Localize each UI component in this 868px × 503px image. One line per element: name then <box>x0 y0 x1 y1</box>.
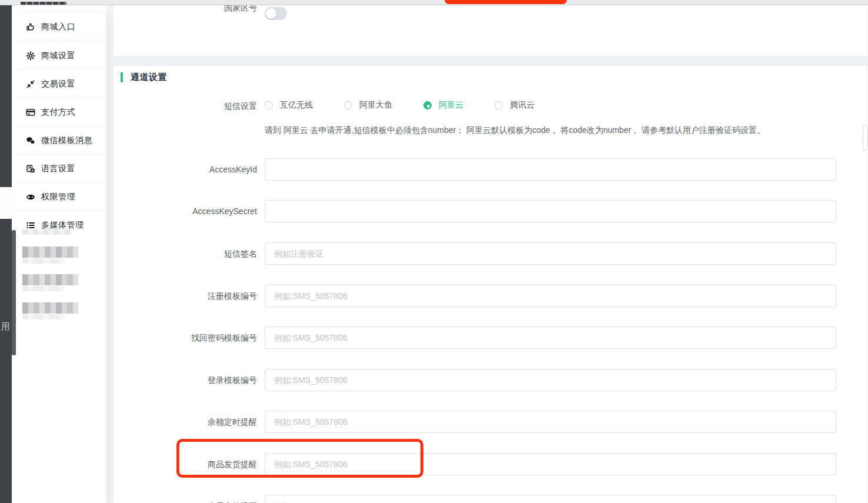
list-icon <box>26 221 35 230</box>
accesskeyid-input[interactable] <box>265 158 836 181</box>
redacted-subtext <box>22 258 65 264</box>
compress-arrows-icon <box>26 79 35 89</box>
sidebar-item-wechat-template-messages[interactable]: 微信模板消息 <box>16 126 106 154</box>
sidebar-item-permission-management[interactable]: 权限管理 <box>16 182 106 211</box>
field-label: 会员充值提醒 <box>113 495 257 503</box>
redacted-subtext <box>22 286 65 291</box>
radio-label: 阿里云 <box>439 100 463 111</box>
annotation-marker-top <box>445 0 567 4</box>
toggle-knob <box>266 8 276 19</box>
field-label: 登录模板编号 <box>113 369 257 391</box>
radio-ali-dayu[interactable]: 阿里大鱼 <box>344 100 392 111</box>
shipping-reminder-input[interactable] <box>265 453 836 475</box>
sidebar-item-label: 商城设置 <box>41 51 75 61</box>
radio-icon <box>495 101 503 109</box>
field-label: AccessKeySecret <box>113 200 257 222</box>
balance-reminder-input[interactable] <box>265 411 836 433</box>
sidebar-item-trade-settings[interactable]: 交易设置 <box>16 69 106 98</box>
background-window-notch <box>0 187 12 219</box>
redacted-text <box>22 302 78 314</box>
field-label: 短信签名 <box>113 242 257 265</box>
section-accent-bar <box>121 72 123 82</box>
browser-top-strip <box>0 0 868 5</box>
section-divider-band <box>113 56 868 66</box>
password-recovery-template-input[interactable] <box>265 327 836 349</box>
sms-signature-input[interactable] <box>265 242 836 265</box>
gamepad-icon <box>26 192 35 202</box>
redacted-text <box>22 274 78 285</box>
register-template-input[interactable] <box>265 285 836 307</box>
app-window: 用 国家区号 通道设置 短信设置 互亿无线 阿里大鱼 阿里云 腾讯云 请到 阿里… <box>0 0 868 503</box>
login-template-input[interactable] <box>265 369 836 391</box>
background-window-glyph: 用 <box>1 321 12 332</box>
provider-helper-text: 请到 阿里云 去申请开通,短信模板中必须包含number； 阿里云默认模板为co… <box>265 125 765 136</box>
radio-huyi-wireless[interactable]: 互亿无线 <box>265 100 313 111</box>
field-label: 注册模板编号 <box>113 285 257 307</box>
sidebar-item-redacted[interactable] <box>22 302 78 319</box>
sidebar-item-label: 语言设置 <box>41 164 75 174</box>
sidebar-item-label: 微信模板消息 <box>41 135 92 146</box>
sidebar-item-label: 支付方式 <box>41 107 75 118</box>
radio-label: 互亿无线 <box>280 100 313 111</box>
country-code-toggle[interactable] <box>265 7 287 20</box>
scrollbar-thumb[interactable] <box>863 125 868 151</box>
recharge-reminder-input[interactable] <box>265 495 836 503</box>
sidebar-item-label: 权限管理 <box>41 192 75 202</box>
gear-icon <box>26 51 35 61</box>
credit-card-icon <box>26 108 35 117</box>
sidebar-item-redacted[interactable] <box>22 246 78 264</box>
radio-label: 阿里大鱼 <box>359 100 392 111</box>
sms-provider-radio-group: 互亿无线 阿里大鱼 阿里云 腾讯云 <box>265 100 566 111</box>
radio-tencent-cloud[interactable]: 腾讯云 <box>495 100 535 111</box>
sidebar-content-gutter <box>106 5 113 503</box>
background-window-edge <box>0 2 12 503</box>
sidebar-item-payment-methods[interactable]: 支付方式 <box>16 98 106 126</box>
radio-label: 腾讯云 <box>510 100 535 111</box>
section-header: 通道设置 <box>121 72 167 83</box>
svg-text:A: A <box>31 168 34 172</box>
section-title: 通道设置 <box>131 72 167 83</box>
sidebar-item-mall-entry[interactable]: 商城入口 <box>16 13 106 41</box>
sidebar-item-mall-settings[interactable]: 商城设置 <box>16 41 106 69</box>
hand-pointer-icon <box>26 22 35 32</box>
sidebar-item-redacted[interactable] <box>22 274 78 291</box>
clipped-tab-title <box>21 2 66 5</box>
sidebar-item-label: 交易设置 <box>41 79 75 89</box>
sidebar-item-label: 商城入口 <box>41 22 75 32</box>
radio-icon <box>344 101 352 109</box>
chat-bubbles-icon <box>26 136 35 145</box>
translate-icon: A <box>26 164 35 174</box>
accesskeysecret-input[interactable] <box>265 200 836 222</box>
radio-icon <box>265 101 273 109</box>
sms-provider-label: 短信设置 <box>113 101 257 112</box>
sidebar: 商城入口 商城设置 交易设置 <box>16 13 106 503</box>
field-label: AccessKeyId <box>113 158 257 181</box>
right-edge-divider <box>866 5 867 503</box>
sidebar-item-label: 多媒体管理 <box>41 220 84 231</box>
redacted-text-fragment <box>22 229 72 235</box>
sidebar-item-language-settings[interactable]: A 语言设置 <box>16 154 106 182</box>
redacted-text <box>22 246 78 258</box>
field-label: 余额定时提醒 <box>113 411 257 433</box>
radio-selected-icon <box>423 101 432 109</box>
field-label: 找回密码模板编号 <box>113 327 257 349</box>
radio-aliyun-selected[interactable]: 阿里云 <box>423 100 463 111</box>
redacted-subtext <box>22 314 65 319</box>
background-scrollbar <box>12 230 16 355</box>
field-label: 商品发货提醒 <box>113 453 257 475</box>
